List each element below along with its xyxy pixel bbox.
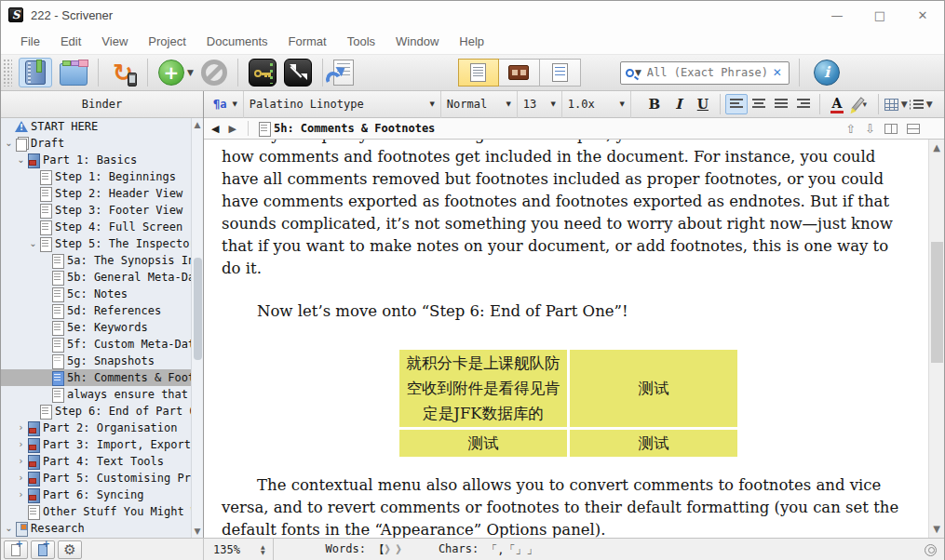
document-title[interactable]: 5h: Comments & Footnotes: [274, 122, 435, 135]
minimize-button[interactable]: —: [816, 1, 858, 29]
table-cell[interactable]: 就积分卡是上课舰队防空收到附件是看得见肯定是JFK数据库的: [399, 350, 567, 427]
binder-scrollbar[interactable]: ▲ ▼: [191, 118, 203, 538]
scroll-up-icon[interactable]: ▲: [192, 119, 203, 130]
binder-item[interactable]: Step 4: Full Screen: [1, 219, 203, 235]
expander-open-icon[interactable]: ⌄: [27, 235, 39, 252]
bold-button[interactable]: B: [643, 93, 666, 115]
binder-item[interactable]: 5e: Keywords: [1, 319, 203, 336]
zoom-stepper[interactable]: ▲▼: [261, 544, 265, 555]
binder-item[interactable]: START HERE: [1, 118, 203, 135]
line-spacing-dropdown[interactable]: 1.0x▼: [562, 91, 631, 118]
maximize-button[interactable]: □: [858, 1, 901, 29]
outliner-view-button[interactable]: [540, 59, 581, 87]
menu-item-format[interactable]: Format: [278, 29, 337, 54]
underline-button[interactable]: U: [692, 93, 714, 115]
binder-item[interactable]: 5d: References: [1, 302, 203, 319]
table-cell[interactable]: 测试: [570, 430, 737, 457]
binder-item[interactable]: ⌄Part 1: Basics: [1, 152, 203, 168]
search-clear-icon[interactable]: ✕: [771, 66, 784, 79]
align-right-button[interactable]: [792, 94, 815, 114]
binder-item[interactable]: ›Part 6: Syncing: [1, 487, 203, 503]
typewriter-scroll-icon[interactable]: [925, 544, 937, 556]
add-item-button[interactable]: + ▼: [158, 60, 194, 86]
editor-scrollbar[interactable]: ▲ ▼: [928, 140, 944, 538]
binder-item[interactable]: Step 3: Footer View: [1, 202, 203, 219]
binder-item[interactable]: ›Part 2: Organisation: [1, 420, 203, 436]
expander-open-icon[interactable]: ⌄: [3, 520, 15, 537]
binder-item[interactable]: Step 6: End of Part One: [1, 403, 203, 420]
align-left-button[interactable]: [725, 94, 748, 114]
binder-item[interactable]: always ensure that th···: [1, 386, 203, 403]
expander-open-icon[interactable]: ⌄: [15, 152, 27, 168]
add-document-button[interactable]: [4, 540, 28, 559]
binder-item[interactable]: 5b: General Meta-Data: [1, 269, 203, 286]
scroll-up-icon[interactable]: ▲: [929, 141, 944, 154]
search-input[interactable]: [647, 66, 771, 79]
table-cell[interactable]: 测试: [399, 430, 567, 457]
menu-item-window[interactable]: Window: [385, 29, 449, 54]
search-box[interactable]: ▼ ✕: [620, 61, 790, 85]
table-cell[interactable]: 测试: [570, 350, 737, 427]
binder-settings-button[interactable]: ⚙: [58, 540, 82, 559]
binder-item[interactable]: ›Part 3: Import, Export a···: [1, 436, 203, 453]
nav-back-button[interactable]: ◀: [204, 123, 226, 135]
binder-item[interactable]: ›Part 4: Text Tools: [1, 453, 203, 470]
scroll-down-icon[interactable]: ▼: [192, 526, 203, 537]
expander-closed-icon[interactable]: ›: [15, 436, 27, 453]
menu-item-tools[interactable]: Tools: [337, 29, 385, 54]
binder-item[interactable]: ⌄Research: [1, 520, 203, 537]
add-folder-button[interactable]: [31, 540, 55, 559]
zoom-control[interactable]: 135% ▲▼: [204, 539, 274, 560]
expander-closed-icon[interactable]: ›: [15, 453, 27, 470]
expander-closed-icon[interactable]: ›: [15, 470, 27, 487]
binder-item[interactable]: 5g: Snapshots: [1, 353, 203, 369]
expander-closed-icon[interactable]: ›: [15, 420, 27, 436]
menu-item-file[interactable]: File: [10, 29, 50, 54]
close-button[interactable]: ✕: [901, 1, 944, 29]
compose-mode-button[interactable]: [284, 59, 312, 87]
expander-closed-icon[interactable]: ›: [15, 487, 27, 503]
go-up-icon[interactable]: ⇧: [845, 122, 856, 136]
font-preset-dropdown[interactable]: Normal▼: [441, 91, 518, 118]
menu-item-project[interactable]: Project: [138, 29, 196, 54]
highlight-button[interactable]: ▾: [850, 93, 872, 115]
binder-item[interactable]: 5h: Comments & Footno···: [1, 369, 203, 386]
font-size-dropdown[interactable]: 13▼: [518, 91, 562, 118]
table-menu-button[interactable]: ▼: [884, 93, 908, 115]
align-center-button[interactable]: [748, 94, 770, 114]
corkboard-view-button[interactable]: [499, 59, 540, 87]
keywords-button[interactable]: [249, 59, 277, 87]
binder-item[interactable]: ›Part 5: Customising Proj···: [1, 470, 203, 487]
binder-item[interactable]: 5a: The Synopsis Inde···: [1, 252, 203, 269]
binder-item[interactable]: 5c: Notes: [1, 286, 203, 302]
menu-item-help[interactable]: Help: [449, 29, 494, 54]
binder-item[interactable]: ⌄Step 5: The Inspector: [1, 235, 203, 252]
document-view-button[interactable]: [458, 59, 499, 87]
split-vertical-icon[interactable]: [884, 124, 898, 134]
compile-button[interactable]: [333, 60, 354, 86]
editor-text-area[interactable]: When you export your draft using File > …: [204, 140, 928, 538]
binder-scrollbar-thumb[interactable]: [194, 258, 202, 360]
binder-item[interactable]: 5f: Custom Meta-Data: [1, 336, 203, 353]
add-dropdown-caret[interactable]: ▼: [187, 68, 194, 77]
scroll-down-icon[interactable]: ▼: [929, 523, 944, 536]
text-color-button[interactable]: A: [826, 93, 848, 115]
binder-item[interactable]: Other Stuff You Might Wa···: [1, 503, 203, 520]
binder-item[interactable]: Step 1: Beginnings: [1, 168, 203, 185]
binder-item[interactable]: ⌄Draft: [1, 135, 203, 152]
font-family-dropdown[interactable]: Palatino Linotype▼: [244, 91, 441, 118]
style-dropdown[interactable]: ¶a▼: [204, 91, 244, 118]
sync-button[interactable]: ↻: [109, 59, 137, 87]
split-horizontal-icon[interactable]: [907, 124, 920, 134]
binder-toggle-button[interactable]: [19, 58, 52, 87]
menu-item-view[interactable]: View: [91, 29, 138, 54]
list-menu-button[interactable]: ▼: [910, 93, 933, 115]
collections-button[interactable]: [60, 60, 88, 86]
expander-open-icon[interactable]: ⌄: [3, 135, 15, 152]
menu-item-edit[interactable]: Edit: [50, 29, 91, 54]
editor-scrollbar-thumb[interactable]: [931, 242, 943, 363]
align-justify-button[interactable]: [770, 94, 792, 114]
inspector-info-button[interactable]: i: [814, 60, 840, 86]
menu-item-documents[interactable]: Documents: [196, 29, 278, 54]
nav-forward-button[interactable]: ▶: [226, 123, 243, 135]
